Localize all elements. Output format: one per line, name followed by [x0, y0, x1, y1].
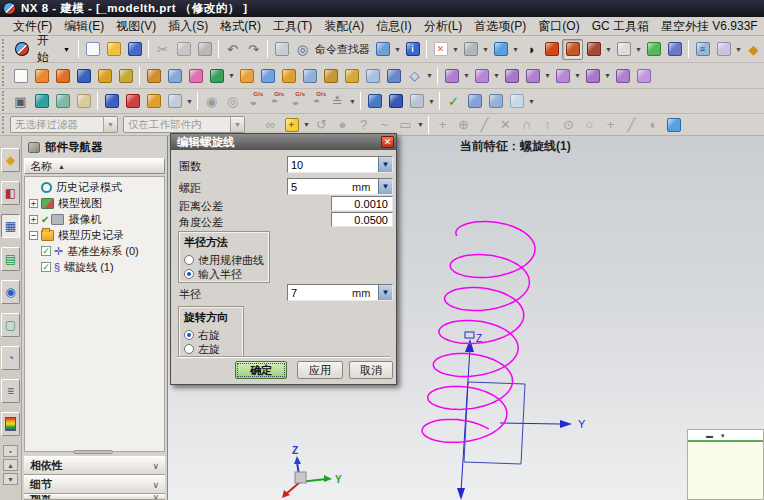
visualization-button[interactable]: ≡: [692, 39, 713, 60]
rectangle-select-button[interactable]: ▭: [395, 114, 416, 135]
pen-button[interactable]: [385, 91, 406, 112]
checkbox-checked-icon[interactable]: ✓: [41, 246, 51, 256]
distance-tolerance-input[interactable]: 0.0010: [331, 196, 393, 211]
bend-button[interactable]: [278, 65, 299, 86]
snap-endpoint-button[interactable]: ╱: [474, 114, 495, 135]
chevron-down-icon[interactable]: ∨: [152, 494, 159, 500]
assembly-navigator-tab[interactable]: ◆: [1, 148, 20, 172]
tree-cameras[interactable]: +✔摄像机: [25, 211, 164, 227]
chevron-down-icon[interactable]: ▼: [185, 91, 194, 112]
preferences-diamond-button[interactable]: ◆: [743, 39, 764, 60]
toolbar-drag-handle[interactable]: [2, 66, 7, 86]
inferred-select-button[interactable]: ?: [353, 114, 374, 135]
z-axis-handle[interactable]: [465, 332, 474, 338]
constraint-os1-button[interactable]: ◓O/s: [264, 91, 285, 112]
facet-view-button[interactable]: [583, 39, 604, 60]
menu-star-plugin[interactable]: 星空外挂 V6.933F: [655, 16, 764, 37]
radio-use-law-curve[interactable]: 使用规律曲线: [184, 253, 264, 267]
general-selection-button[interactable]: ∞: [260, 114, 281, 135]
sync-resize-button[interactable]: [552, 65, 573, 86]
selection-filter-dropdown[interactable]: 无选择过滤器 ▼: [10, 116, 118, 133]
chevron-down-icon[interactable]: ▼: [634, 39, 643, 60]
tree-model-views[interactable]: +模型视图: [25, 195, 164, 211]
menu-view[interactable]: 视图(V): [110, 16, 162, 37]
move-object-button[interactable]: [101, 91, 122, 112]
revolve-button[interactable]: [52, 65, 73, 86]
lasso-button[interactable]: ↺: [311, 114, 332, 135]
chevron-down-icon[interactable]: ▼: [230, 117, 244, 132]
toolbar-drag-handle[interactable]: [2, 39, 7, 60]
y-axis-line[interactable]: [500, 423, 560, 424]
close-icon[interactable]: ✕: [381, 136, 394, 148]
help-button[interactable]: i: [402, 39, 423, 60]
cancel-button[interactable]: 取消: [349, 361, 393, 379]
menu-insert[interactable]: 插入(S): [162, 16, 214, 37]
radio-selected-icon[interactable]: [184, 330, 194, 340]
materials-tab[interactable]: [1, 412, 20, 436]
snapshot-button[interactable]: [664, 39, 685, 60]
chevron-down-icon[interactable]: ▼: [416, 114, 425, 135]
radius-value[interactable]: 7: [288, 287, 352, 299]
spreadsheet-button[interactable]: [485, 91, 506, 112]
pitch-value[interactable]: 5: [288, 181, 352, 193]
shell-button[interactable]: [320, 65, 341, 86]
collapse-icon[interactable]: −: [29, 231, 38, 240]
chevron-down-icon[interactable]: ▼: [527, 91, 536, 112]
emboss-button[interactable]: [143, 65, 164, 86]
tree-datum-csys[interactable]: ✓✛基准坐标系 (0): [25, 243, 164, 259]
turns-value[interactable]: 10: [288, 159, 352, 171]
tag-button[interactable]: [73, 91, 94, 112]
boolean-button[interactable]: [206, 65, 227, 86]
sync-group-button[interactable]: [612, 65, 633, 86]
chevron-down-icon[interactable]: ▼: [462, 65, 471, 86]
sync-offset-button[interactable]: [501, 65, 522, 86]
animation-button[interactable]: [164, 91, 185, 112]
constraint-os2-button[interactable]: ◓O/s: [306, 91, 327, 112]
tree-model-history[interactable]: −模型历史记录: [25, 227, 164, 243]
radio-icon[interactable]: [184, 344, 194, 354]
extrude-button[interactable]: [31, 65, 52, 86]
checkbox-checked-icon[interactable]: ✓: [41, 262, 51, 272]
chevron-down-icon[interactable]: ▼: [492, 65, 501, 86]
unite-button[interactable]: [236, 65, 257, 86]
constraint-gs2-button[interactable]: ◒G/s: [285, 91, 306, 112]
chevron-down-icon[interactable]: ▼: [348, 91, 357, 112]
chevron-down-icon[interactable]: ▼: [378, 179, 392, 194]
menu-analysis[interactable]: 分析(L): [418, 16, 469, 37]
draft-button[interactable]: [341, 65, 362, 86]
pocket-button[interactable]: [115, 65, 136, 86]
snap-move-button[interactable]: +: [432, 114, 453, 135]
snap-quadrant-button[interactable]: ○: [579, 114, 600, 135]
tree-history-mode[interactable]: 历史记录模式: [25, 179, 164, 195]
command-finder-button[interactable]: ◎: [292, 39, 313, 60]
panel-splitter-handle[interactable]: [73, 450, 113, 454]
background-button[interactable]: [613, 39, 634, 60]
wireframe-cube-button[interactable]: ◇: [404, 65, 425, 86]
chevron-down-icon[interactable]: ▼: [481, 39, 490, 60]
ok-button[interactable]: 确定: [235, 361, 287, 379]
toolbar-drag-handle[interactable]: [2, 116, 7, 133]
chevron-down-icon[interactable]: ▼: [604, 39, 613, 60]
sync-replace-button[interactable]: [522, 65, 543, 86]
copy-button[interactable]: [173, 39, 194, 60]
wcs-cube-button[interactable]: [663, 114, 684, 135]
display-mode-button[interactable]: [460, 39, 481, 60]
radio-right-hand[interactable]: 右旋: [184, 328, 238, 342]
gesture-button[interactable]: [406, 91, 427, 112]
pad-button[interactable]: [94, 65, 115, 86]
reuse-library-tab[interactable]: ▤: [1, 247, 20, 271]
touch-mode-button[interactable]: [271, 39, 292, 60]
y-axis-arrow-icon[interactable]: [560, 420, 572, 428]
chevron-down-icon[interactable]: ▼: [543, 65, 552, 86]
snap-arrow-button[interactable]: ↑: [537, 114, 558, 135]
paste-button[interactable]: [194, 39, 215, 60]
snap-half-button[interactable]: ◖: [642, 114, 663, 135]
constraint-touch-button[interactable]: ◉: [201, 91, 222, 112]
constraint-align-button[interactable]: ◎: [222, 91, 243, 112]
dependencies-panel[interactable]: 相依性∨: [24, 456, 165, 475]
prism-button[interactable]: [362, 65, 383, 86]
snap-curve-button[interactable]: ∩: [516, 114, 537, 135]
command-finder-label[interactable]: 命令查找器: [315, 42, 370, 57]
rail-scroll-down[interactable]: ▼: [3, 473, 18, 485]
snap-midpoint-button[interactable]: ✕: [495, 114, 516, 135]
